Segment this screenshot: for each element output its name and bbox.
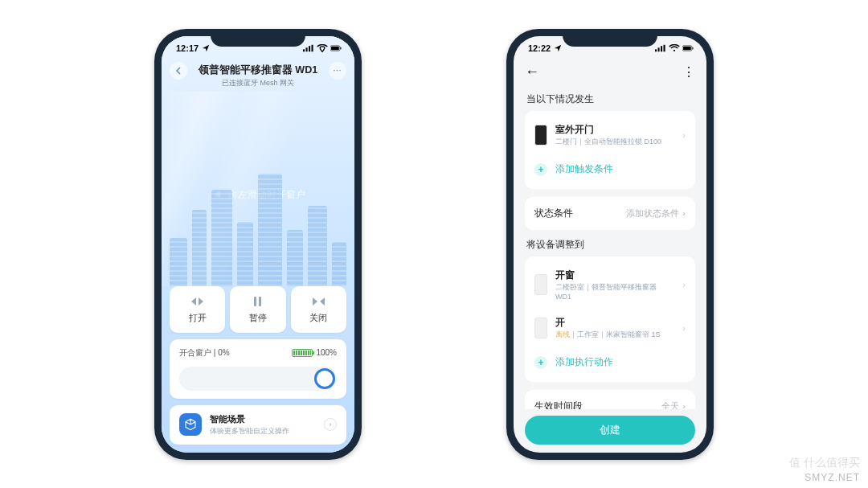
chevron-right-icon: › xyxy=(682,280,686,289)
plus-icon: + xyxy=(534,163,547,176)
chevron-right-icon: › xyxy=(682,208,686,218)
add-action-row[interactable]: + 添加执行动作 xyxy=(525,348,695,377)
svg-rect-0 xyxy=(303,49,305,51)
device-subtitle: 已连接蓝牙 Mesh 网关 xyxy=(162,78,354,88)
signal-icon xyxy=(303,44,314,52)
close-label: 关闭 xyxy=(309,312,327,324)
action-section-label: 将设备调整到 xyxy=(526,238,695,252)
action-row-2[interactable]: 开 离线｜工作室｜米家智能窗帘 1S › xyxy=(525,309,695,348)
pause-button[interactable]: 暂停 xyxy=(230,286,285,333)
notch xyxy=(211,29,305,47)
battery-row: 100% xyxy=(292,348,337,357)
open-label: 打开 xyxy=(189,312,207,324)
back-button[interactable] xyxy=(170,62,187,80)
skyline-illustration xyxy=(162,166,354,286)
svg-rect-13 xyxy=(683,46,691,49)
svg-point-11 xyxy=(674,49,675,51)
battery-icon xyxy=(330,44,342,52)
battery-icon xyxy=(292,349,313,357)
svg-rect-8 xyxy=(658,47,660,51)
plus-icon: + xyxy=(534,356,547,369)
time-label: 生效时间段 xyxy=(534,400,583,409)
svg-rect-3 xyxy=(312,44,313,51)
action1-title: 开窗 xyxy=(555,269,674,281)
cube-icon xyxy=(179,413,202,436)
state-value: 添加状态条件 xyxy=(626,207,679,219)
more-button[interactable]: ⋮ xyxy=(682,64,695,80)
battery-icon xyxy=(682,44,694,52)
window-slider-card: 开合窗户 | 0% 100% xyxy=(170,339,346,399)
wifi-icon xyxy=(669,44,680,52)
chevron-right-icon: › xyxy=(682,401,686,409)
device-header: ··· 领普智能平移推窗器 WD1 已连接蓝牙 Mesh 网关 xyxy=(162,60,354,92)
slider-thumb[interactable] xyxy=(314,368,335,389)
chevron-right-icon: › xyxy=(324,418,337,431)
action-row-1[interactable]: 开窗 二楼卧室｜领普智能平移推窗器 WD1 › xyxy=(525,261,695,309)
open-icon xyxy=(191,294,203,309)
chevron-right-icon: › xyxy=(682,130,686,140)
action1-sub: 二楼卧室｜领普智能平移推窗器 WD1 xyxy=(555,282,674,301)
create-label: 创建 xyxy=(600,423,620,437)
phone-right: 12:22 ← ⋮ 当以下情况发生 xyxy=(506,29,714,460)
wifi-icon xyxy=(317,44,328,52)
device-thumb-icon xyxy=(534,274,547,295)
close-icon xyxy=(313,294,325,309)
svg-rect-2 xyxy=(309,46,310,51)
scene-subtitle: 体验更多智能自定义操作 xyxy=(210,426,316,437)
device-title: 领普智能平移推窗器 WD1 xyxy=(162,64,354,77)
trigger-title: 室外开门 xyxy=(555,124,674,136)
device-thumb-icon xyxy=(534,125,547,146)
add-action-label: 添加执行动作 xyxy=(555,356,613,368)
time-value: 全天 xyxy=(661,400,679,409)
svg-rect-5 xyxy=(331,46,339,49)
action2-title: 开 xyxy=(555,317,674,329)
window-slider[interactable] xyxy=(179,367,337,391)
location-icon xyxy=(200,44,211,52)
status-time: 12:17 xyxy=(176,43,199,53)
signal-icon xyxy=(655,44,666,52)
automation-header: ← ⋮ xyxy=(514,60,706,84)
battery-pct: 100% xyxy=(316,348,337,357)
smart-scene-card[interactable]: 智能场景 体验更多智能自定义操作 › xyxy=(170,405,346,445)
trigger-card: 室外开门 二楼门｜全自动智能推拉锁 D100 › + 添加触发条件 xyxy=(525,111,695,189)
state-label: 状态条件 xyxy=(534,207,573,220)
watermark-en: SMYZ.NET xyxy=(805,472,860,483)
open-button[interactable]: 打开 xyxy=(170,286,225,333)
time-range-row[interactable]: 生效时间段 全天› xyxy=(525,390,695,409)
more-button[interactable]: ··· xyxy=(329,62,346,80)
screen-right: 12:22 ← ⋮ 当以下情况发生 xyxy=(514,36,706,453)
scene-title: 智能场景 xyxy=(210,413,316,425)
control-row: 打开 暂停 关闭 xyxy=(170,286,346,333)
svg-rect-14 xyxy=(692,47,693,49)
trigger-row[interactable]: 室外开门 二楼门｜全自动智能推拉锁 D100 › xyxy=(525,116,695,155)
state-condition-row[interactable]: 状态条件 添加状态条件› xyxy=(525,197,695,230)
chevron-right-icon: › xyxy=(682,323,686,333)
create-button[interactable]: 创建 xyxy=(525,416,695,445)
add-trigger-label: 添加触发条件 xyxy=(555,163,613,175)
chevron-left-icon xyxy=(174,67,182,75)
svg-rect-10 xyxy=(664,44,665,51)
pause-icon xyxy=(254,294,261,309)
status-time: 12:22 xyxy=(528,43,551,53)
svg-rect-6 xyxy=(340,47,341,49)
action2-sub: 离线｜工作室｜米家智能窗帘 1S xyxy=(555,330,674,340)
notch xyxy=(563,29,657,47)
add-trigger-row[interactable]: + 添加触发条件 xyxy=(525,155,695,184)
action-card: 开窗 二楼卧室｜领普智能平移推窗器 WD1 › 开 离线｜工作室｜米家智能窗帘 … xyxy=(525,256,695,382)
watermark-cn: 值 什么值得买 xyxy=(789,456,860,470)
illustration-area: 向左滑动时开窗户 xyxy=(162,92,354,286)
device-thumb-icon xyxy=(534,318,547,338)
slider-label: 开合窗户 | 0% xyxy=(179,347,230,359)
svg-rect-1 xyxy=(306,47,308,51)
trigger-sub: 二楼门｜全自动智能推拉锁 D100 xyxy=(555,137,674,147)
phone-left: 12:17 ··· 领普智能平移推窗器 WD1 已连接蓝牙 Mesh 网关 xyxy=(154,29,362,460)
svg-rect-9 xyxy=(661,46,662,51)
trigger-section-label: 当以下情况发生 xyxy=(526,92,695,106)
close-button[interactable]: 关闭 xyxy=(291,286,346,333)
screen-left: 12:17 ··· 领普智能平移推窗器 WD1 已连接蓝牙 Mesh 网关 xyxy=(162,36,354,453)
pause-label: 暂停 xyxy=(249,312,267,324)
svg-rect-7 xyxy=(655,49,657,51)
back-button[interactable]: ← xyxy=(525,64,539,80)
location-icon xyxy=(552,44,563,52)
